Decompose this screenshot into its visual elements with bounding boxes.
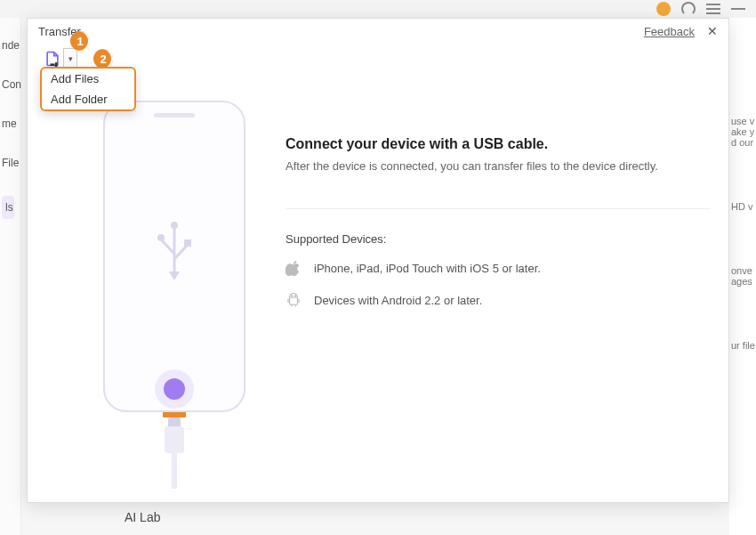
supported-device-row: iPhone, iPad, iPod Touch with iOS 5 or l… [286, 260, 711, 276]
usb-trident-icon [152, 218, 197, 280]
connect-heading: Connect your device with a USB cable. [286, 136, 711, 152]
close-icon[interactable]: ✕ [707, 24, 718, 38]
svg-point-4 [157, 234, 165, 241]
connect-subtitle: After the device is connected, you can t… [286, 159, 711, 173]
app-titlebar [0, 0, 756, 18]
phone-home-button-icon [164, 378, 185, 400]
supported-device-row: Devices with Android 2.2 or later. [286, 292, 711, 308]
svg-rect-7 [290, 297, 298, 304]
svg-rect-5 [184, 239, 191, 247]
device-apple-text: iPhone, iPad, iPod Touch with iOS 5 or l… [314, 262, 541, 275]
hamburger-icon[interactable] [706, 4, 720, 14]
menu-item-add-files[interactable]: Add Files [42, 69, 134, 89]
modal-header: Transfer Feedback ✕ [28, 19, 728, 44]
add-dropdown-menu: Add Files Add Folder [40, 67, 136, 111]
callout-badge-1: 1 [70, 31, 90, 51]
user-avatar-icon[interactable] [656, 2, 671, 16]
svg-point-10 [292, 296, 293, 296]
bg-text: onve ages [731, 265, 756, 287]
device-android-text: Devices with Android 2.2 or later. [314, 294, 482, 307]
info-panel: Connect your device with a USB cable. Af… [286, 101, 711, 502]
bg-text: nde [2, 39, 20, 53]
divider [286, 208, 711, 209]
bg-text: HD v [731, 201, 756, 212]
bg-text: Con [2, 78, 21, 93]
transfer-modal: Transfer Feedback ✕ ▾ 1 2 Add Files Add … [27, 18, 729, 503]
svg-marker-6 [169, 272, 180, 280]
android-icon [286, 292, 302, 308]
svg-point-11 [294, 296, 295, 296]
headset-icon[interactable] [681, 2, 696, 16]
modal-toolbar: ▾ 1 2 Add Files Add Folder [28, 44, 728, 74]
file-add-icon [44, 50, 61, 68]
footer-text: AI Lab [125, 510, 160, 524]
device-illustration [90, 101, 259, 502]
usb-cable-icon [165, 417, 184, 489]
bg-text: use v ake y d our [731, 116, 756, 148]
bg-text: File [2, 157, 19, 171]
phone-outline-icon [103, 101, 245, 412]
supported-devices-label: Supported Devices: [286, 232, 711, 246]
menu-item-add-folder[interactable]: Add Folder [42, 89, 134, 109]
callout-badge-2: 2 [93, 49, 113, 69]
background-sidebar: nde Con me File ls [0, 0, 21, 535]
bg-text: me [2, 118, 17, 132]
bg-text: ls [2, 196, 14, 219]
bg-text: ur file [731, 340, 756, 351]
modal-content: Connect your device with a USB cable. Af… [28, 74, 728, 502]
apple-icon [286, 260, 302, 276]
minimize-button[interactable] [731, 8, 745, 10]
chevron-down-icon: ▾ [68, 54, 73, 63]
background-right-panel: use v ake y d our HD v onve ages ur file [729, 0, 756, 535]
feedback-link[interactable]: Feedback [644, 25, 695, 38]
